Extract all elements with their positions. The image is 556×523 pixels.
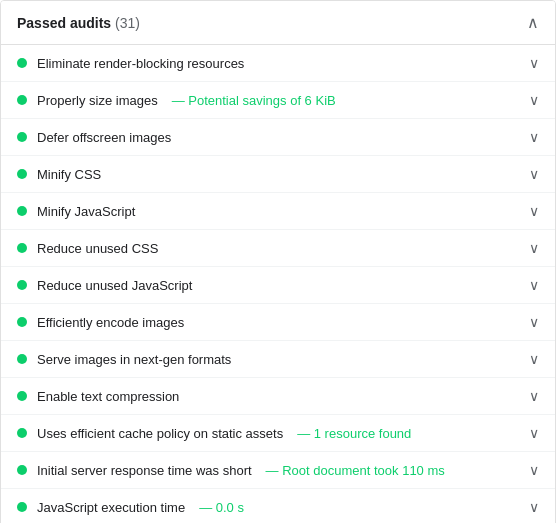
audit-item-left: Uses efficient cache policy on static as…: [17, 426, 521, 441]
audit-detail: — Potential savings of 6 KiB: [172, 93, 336, 108]
pass-dot-icon: [17, 502, 27, 512]
audit-expand-icon[interactable]: ∨: [529, 55, 539, 71]
audit-detail: — 1 resource found: [297, 426, 411, 441]
audit-item[interactable]: JavaScript execution time— 0.0 s∨: [1, 489, 555, 523]
audit-label: Initial server response time was short: [37, 463, 252, 478]
audit-item[interactable]: Defer offscreen images∨: [1, 119, 555, 156]
audit-label: Enable text compression: [37, 389, 179, 404]
audit-label: Efficiently encode images: [37, 315, 184, 330]
audit-item-left: Efficiently encode images: [17, 315, 521, 330]
audit-item-left: Eliminate render-blocking resources: [17, 56, 521, 71]
audit-item[interactable]: Enable text compression∨: [1, 378, 555, 415]
audit-label: Minify CSS: [37, 167, 101, 182]
audit-item-left: Minify CSS: [17, 167, 521, 182]
pass-dot-icon: [17, 391, 27, 401]
audit-label: Properly size images: [37, 93, 158, 108]
panel-collapse-icon[interactable]: ∧: [527, 13, 539, 32]
audit-label: Reduce unused CSS: [37, 241, 158, 256]
audit-expand-icon[interactable]: ∨: [529, 203, 539, 219]
audit-item[interactable]: Efficiently encode images∨: [1, 304, 555, 341]
panel-title-text: Passed audits: [17, 15, 111, 31]
audit-item[interactable]: Minify CSS∨: [1, 156, 555, 193]
pass-dot-icon: [17, 428, 27, 438]
audit-expand-icon[interactable]: ∨: [529, 499, 539, 515]
panel-title: Passed audits (31): [17, 15, 140, 31]
audit-item[interactable]: Uses efficient cache policy on static as…: [1, 415, 555, 452]
audit-label: Minify JavaScript: [37, 204, 135, 219]
audit-expand-icon[interactable]: ∨: [529, 166, 539, 182]
audit-item-left: Reduce unused JavaScript: [17, 278, 521, 293]
audit-item-left: JavaScript execution time— 0.0 s: [17, 500, 521, 515]
audit-list: Eliminate render-blocking resources∨Prop…: [1, 45, 555, 523]
audit-label: JavaScript execution time: [37, 500, 185, 515]
audit-detail: — Root document took 110 ms: [266, 463, 445, 478]
audit-item-left: Minify JavaScript: [17, 204, 521, 219]
audit-item[interactable]: Minify JavaScript∨: [1, 193, 555, 230]
audit-expand-icon[interactable]: ∨: [529, 240, 539, 256]
audit-label: Uses efficient cache policy on static as…: [37, 426, 283, 441]
pass-dot-icon: [17, 354, 27, 364]
audit-expand-icon[interactable]: ∨: [529, 277, 539, 293]
audit-item-left: Enable text compression: [17, 389, 521, 404]
pass-dot-icon: [17, 169, 27, 179]
audit-item[interactable]: Eliminate render-blocking resources∨: [1, 45, 555, 82]
audit-label: Defer offscreen images: [37, 130, 171, 145]
pass-dot-icon: [17, 58, 27, 68]
pass-dot-icon: [17, 465, 27, 475]
pass-dot-icon: [17, 317, 27, 327]
audit-expand-icon[interactable]: ∨: [529, 129, 539, 145]
audit-expand-icon[interactable]: ∨: [529, 314, 539, 330]
audit-expand-icon[interactable]: ∨: [529, 462, 539, 478]
audit-item-left: Reduce unused CSS: [17, 241, 521, 256]
audit-expand-icon[interactable]: ∨: [529, 92, 539, 108]
audit-item[interactable]: Initial server response time was short— …: [1, 452, 555, 489]
audit-label: Reduce unused JavaScript: [37, 278, 192, 293]
audit-item-left: Initial server response time was short— …: [17, 463, 521, 478]
pass-dot-icon: [17, 206, 27, 216]
panel-header[interactable]: Passed audits (31) ∧: [1, 1, 555, 45]
audit-expand-icon[interactable]: ∨: [529, 425, 539, 441]
panel-count: (31): [115, 15, 140, 31]
pass-dot-icon: [17, 132, 27, 142]
audit-label: Serve images in next-gen formats: [37, 352, 231, 367]
pass-dot-icon: [17, 243, 27, 253]
audit-expand-icon[interactable]: ∨: [529, 351, 539, 367]
audit-item[interactable]: Reduce unused CSS∨: [1, 230, 555, 267]
audit-item[interactable]: Serve images in next-gen formats∨: [1, 341, 555, 378]
passed-audits-panel: Passed audits (31) ∧ Eliminate render-bl…: [0, 0, 556, 523]
pass-dot-icon: [17, 280, 27, 290]
audit-detail: — 0.0 s: [199, 500, 244, 515]
audit-item[interactable]: Properly size images— Potential savings …: [1, 82, 555, 119]
audit-label: Eliminate render-blocking resources: [37, 56, 244, 71]
pass-dot-icon: [17, 95, 27, 105]
audit-item-left: Defer offscreen images: [17, 130, 521, 145]
audit-item-left: Serve images in next-gen formats: [17, 352, 521, 367]
audit-item[interactable]: Reduce unused JavaScript∨: [1, 267, 555, 304]
audit-expand-icon[interactable]: ∨: [529, 388, 539, 404]
audit-item-left: Properly size images— Potential savings …: [17, 93, 521, 108]
